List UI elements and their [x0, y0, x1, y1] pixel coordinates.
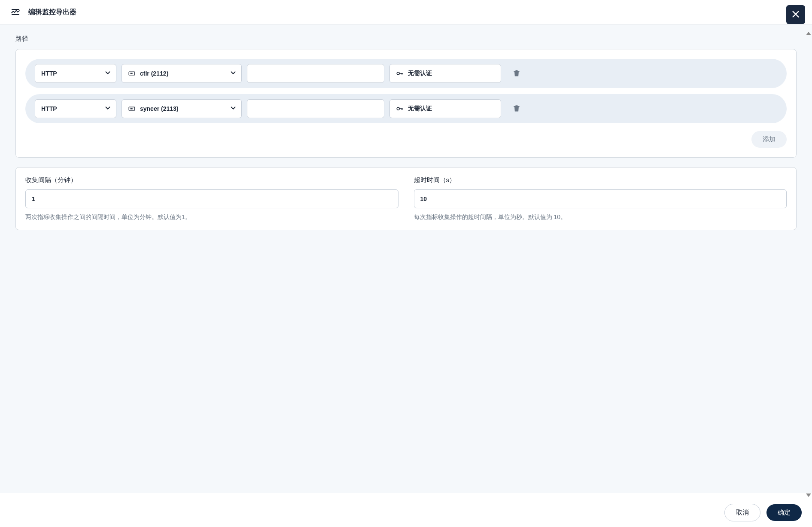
paths-panel: HTTP ctlr (2112): [15, 49, 797, 158]
monitor-icon: [10, 7, 21, 17]
timeout-help: 每次指标收集操作的超时间隔，单位为秒。默认值为 10。: [414, 213, 787, 221]
paths-label: 路径: [15, 35, 797, 43]
modal-content: 路径 HTTP ctlr (2112): [0, 24, 812, 493]
port-value: syncer (2113): [140, 105, 235, 112]
svg-point-8: [397, 72, 399, 75]
settings-panel: 收集间隔（分钟） 两次指标收集操作之间的间隔时间，单位为分钟。默认值为1。 超时…: [15, 167, 797, 230]
path-input[interactable]: [247, 64, 384, 83]
delete-row-button[interactable]: [509, 65, 524, 82]
interval-help: 两次指标收集操作之间的间隔时间，单位为分钟。默认值为1。: [25, 213, 398, 221]
protocol-value: HTTP: [41, 70, 110, 77]
path-row: HTTP syncer (2113): [25, 94, 787, 123]
add-row-container: 添加: [25, 131, 787, 148]
interval-col: 收集间隔（分钟） 两次指标收集操作之间的间隔时间，单位为分钟。默认值为1。: [25, 176, 398, 221]
trash-icon: [512, 69, 521, 79]
delete-row-button[interactable]: [509, 101, 524, 117]
path-row: HTTP ctlr (2112): [25, 59, 787, 88]
port-select[interactable]: syncer (2113): [122, 99, 242, 118]
timeout-input[interactable]: [414, 189, 787, 208]
auth-value: 无需认证: [408, 70, 495, 77]
auth-value: 无需认证: [408, 105, 495, 113]
port-icon: [128, 70, 136, 77]
interval-label: 收集间隔（分钟）: [25, 176, 398, 184]
auth-select[interactable]: 无需认证: [389, 99, 501, 118]
modal-header: 编辑监控导出器: [0, 0, 812, 24]
close-button[interactable]: [786, 5, 805, 24]
timeout-col: 超时时间（s） 每次指标收集操作的超时间隔，单位为秒。默认值为 10。: [414, 176, 787, 221]
trash-icon: [512, 104, 521, 114]
auth-select[interactable]: 无需认证: [389, 64, 501, 83]
close-icon: [791, 9, 800, 20]
port-value: ctlr (2112): [140, 70, 235, 77]
timeout-label: 超时时间（s）: [414, 176, 787, 184]
protocol-select[interactable]: HTTP: [35, 99, 116, 118]
interval-input[interactable]: [25, 189, 398, 208]
protocol-value: HTTP: [41, 105, 110, 112]
add-path-button[interactable]: 添加: [751, 131, 787, 148]
port-select[interactable]: ctlr (2112): [122, 64, 242, 83]
svg-point-16: [397, 107, 399, 110]
key-icon: [396, 70, 404, 77]
protocol-select[interactable]: HTTP: [35, 64, 116, 83]
key-icon: [396, 105, 404, 113]
path-input[interactable]: [247, 99, 384, 118]
port-icon: [128, 105, 136, 113]
modal-title: 编辑监控导出器: [28, 8, 76, 17]
